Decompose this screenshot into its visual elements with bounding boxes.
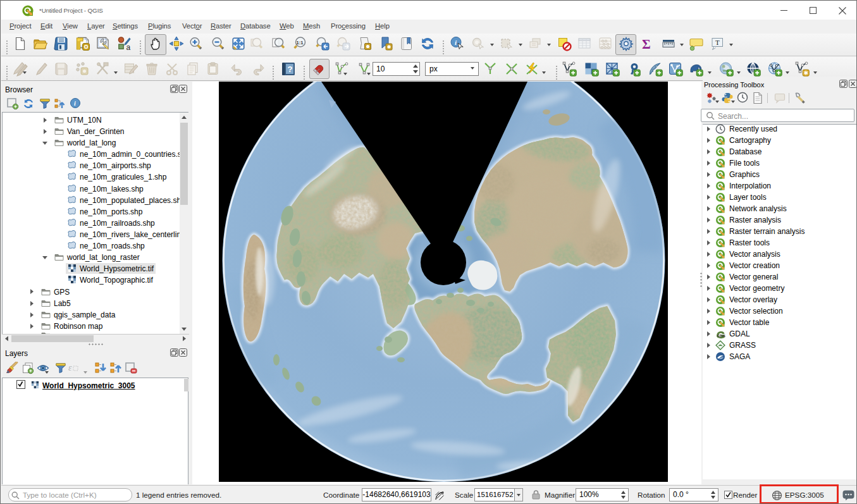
svg-text:GDAL: GDAL [717, 334, 725, 338]
svg-text:ε: ε [68, 363, 72, 372]
svg-text:T: T [715, 39, 720, 46]
svg-text:?: ? [288, 65, 293, 74]
svg-text:i: i [74, 100, 76, 107]
svg-text:1:1: 1:1 [297, 40, 304, 46]
svg-text:a: a [126, 43, 131, 52]
